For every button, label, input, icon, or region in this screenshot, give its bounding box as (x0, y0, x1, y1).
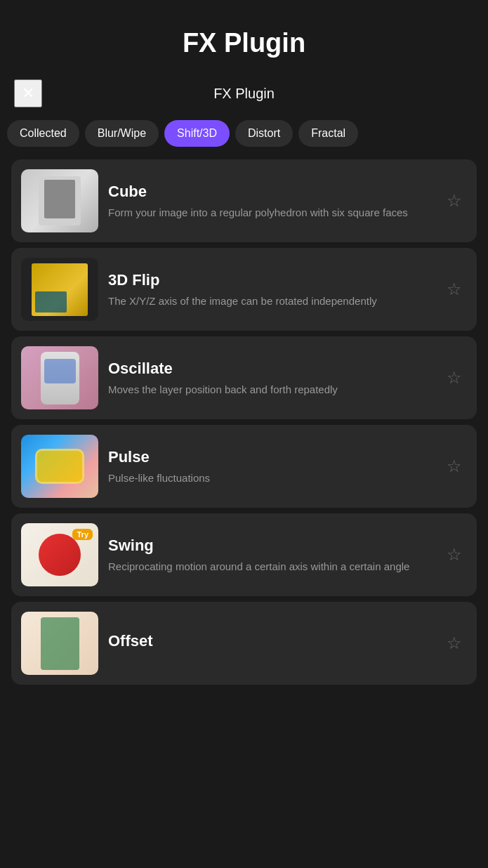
plugin-desc-swing: Reciprocating motion around a certain ax… (108, 559, 432, 574)
star-button-offset[interactable]: ☆ (442, 631, 467, 656)
plugin-thumbnail-3d-flip (21, 258, 98, 321)
plugin-info-oscillate: Oscillate Moves the layer position back … (108, 360, 432, 397)
star-button-cube[interactable]: ☆ (442, 188, 467, 213)
plugin-desc-3d-flip: The X/Y/Z axis of the image can be rotat… (108, 294, 432, 308)
tab-blur-wipe[interactable]: Blur/Wipe (85, 120, 159, 147)
plugin-item-pulse[interactable]: Pulse Pulse-like fluctuations ☆ (11, 425, 477, 508)
pulse-thumb-visual (35, 449, 84, 484)
plugin-info-3d-flip: 3D Flip The X/Y/Z axis of the image can … (108, 271, 432, 308)
app-title-section: FX Plugin (0, 0, 488, 72)
plugin-info-pulse: Pulse Pulse-like fluctuations (108, 448, 432, 485)
plugins-list: Cube Form your image into a regular poly… (0, 152, 488, 692)
star-button-3d-flip[interactable]: ☆ (442, 277, 467, 302)
plugin-item-offset[interactable]: Offset ☆ (11, 602, 477, 685)
close-button[interactable]: ✕ (14, 79, 42, 107)
tabs-container: Collected Blur/Wipe Shift/3D Distort Fra… (0, 114, 488, 152)
plugin-info-swing: Swing Reciprocating motion around a cert… (108, 537, 432, 574)
plugin-name-3d-flip: 3D Flip (108, 271, 432, 289)
star-button-swing[interactable]: ☆ (442, 542, 467, 567)
plugin-name-offset: Offset (108, 632, 432, 650)
plugin-desc-pulse: Pulse-like fluctuations (108, 471, 432, 485)
star-icon-swing: ☆ (447, 545, 462, 565)
tab-shift-3d[interactable]: Shift/3D (164, 120, 230, 147)
plugin-info-cube: Cube Form your image into a regular poly… (108, 183, 432, 220)
plugin-item-cube[interactable]: Cube Form your image into a regular poly… (11, 159, 477, 242)
try-badge-swing: Try (72, 529, 93, 540)
tab-fractal[interactable]: Fractal (298, 120, 358, 147)
header-bar: ✕ FX Plugin (0, 72, 488, 114)
plugin-item-3d-flip[interactable]: 3D Flip The X/Y/Z axis of the image can … (11, 248, 477, 331)
star-icon-offset: ☆ (447, 633, 462, 653)
app-title: FX Plugin (14, 28, 474, 58)
cube-thumb-visual (39, 176, 81, 225)
tab-distort[interactable]: Distort (235, 120, 293, 147)
offset-thumb-visual (41, 617, 79, 670)
plugin-item-oscillate[interactable]: Oscillate Moves the layer position back … (11, 336, 477, 419)
plugin-thumbnail-oscillate (21, 346, 98, 409)
close-icon: ✕ (22, 84, 34, 103)
plugin-thumbnail-swing: Try (21, 523, 98, 586)
oscillate-thumb-visual (41, 352, 79, 405)
plugin-name-oscillate: Oscillate (108, 360, 432, 378)
plugin-thumbnail-cube (21, 169, 98, 232)
star-icon-pulse: ☆ (447, 456, 462, 476)
swing-thumb-visual (39, 534, 81, 576)
tab-collected[interactable]: Collected (7, 120, 79, 147)
plugin-name-pulse: Pulse (108, 448, 432, 466)
app-container: FX Plugin ✕ FX Plugin Collected Blur/Wip… (0, 0, 488, 692)
star-icon-cube: ☆ (447, 191, 462, 211)
dialog-title: FX Plugin (213, 86, 275, 102)
star-icon-3d-flip: ☆ (447, 280, 462, 299)
plugin-desc-oscillate: Moves the layer position back and forth … (108, 382, 432, 397)
plugin-desc-cube: Form your image into a regular polyhedro… (108, 205, 432, 220)
plugin-name-cube: Cube (108, 183, 432, 201)
plugin-name-swing: Swing (108, 537, 432, 555)
star-button-pulse[interactable]: ☆ (442, 454, 467, 479)
plugin-thumbnail-pulse (21, 435, 98, 498)
plugin-thumbnail-offset (21, 612, 98, 675)
plugin-info-offset: Offset (108, 632, 432, 655)
star-icon-oscillate: ☆ (447, 368, 462, 388)
flip-thumb-visual (32, 263, 88, 316)
star-button-oscillate[interactable]: ☆ (442, 365, 467, 390)
plugin-item-swing[interactable]: Try Swing Reciprocating motion around a … (11, 513, 477, 596)
